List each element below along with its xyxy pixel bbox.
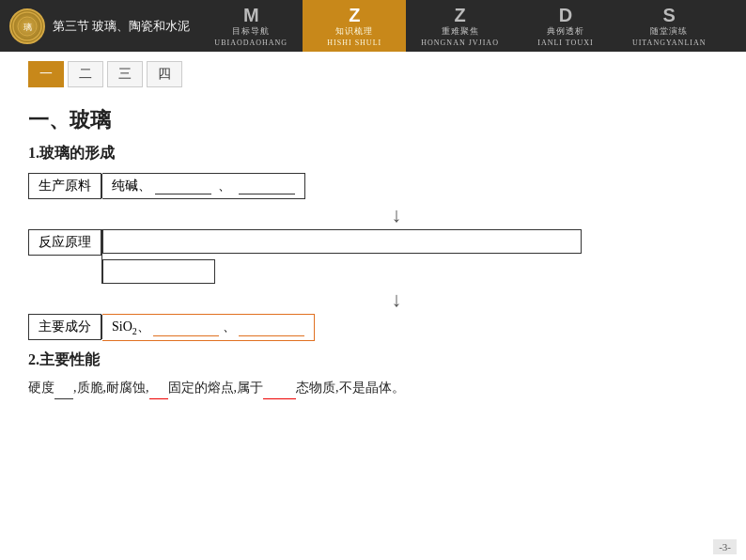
- blank-1: [155, 179, 211, 194]
- prop-end: 态物质,不是晶体。: [296, 381, 405, 395]
- nav-item-dianli[interactable]: D 典例透析 IANLI TOUXI: [514, 0, 617, 52]
- sub2-heading: 2.主要性能: [28, 350, 718, 370]
- prop-mid: ,质脆,耐腐蚀,: [73, 381, 149, 395]
- arrow-2: ↓: [28, 289, 718, 310]
- nav-sub-z1b: HISHI SHULI: [327, 39, 381, 47]
- svg-text:璃: 璃: [23, 23, 32, 32]
- page-number: -3-: [713, 539, 737, 554]
- components-content: SiO2、 、: [102, 314, 315, 341]
- components-label: 主要成分: [28, 314, 101, 340]
- nav-letter-d: D: [559, 6, 572, 24]
- nav-letter-s: S: [663, 6, 676, 24]
- reaction-box-narrow: [102, 259, 215, 284]
- nav-item-suitang[interactable]: S 随堂演练 UITANGYANLIAN: [617, 0, 722, 52]
- sep1: 、: [218, 179, 231, 193]
- sub1-heading: 1.玻璃的形成: [28, 144, 718, 163]
- nav-letter-z2: Z: [454, 6, 465, 24]
- nav-sub-m2: UBIAODAOHANG: [214, 39, 288, 47]
- prop-blank-3: [263, 384, 296, 399]
- prop-blank-2: [149, 384, 168, 399]
- tab-2[interactable]: 二: [68, 61, 103, 87]
- blank-2: [239, 179, 295, 194]
- tabs-row: 一 二 三 四: [0, 52, 746, 97]
- raw-label: 生产原料: [28, 173, 101, 199]
- tab-4[interactable]: 四: [147, 61, 182, 87]
- nav-sub-m: 目标导航: [232, 25, 270, 38]
- logo-icon: 璃: [9, 8, 45, 44]
- reaction-box-wide: [102, 229, 582, 254]
- nav-sub-z1: 知识梳理: [335, 25, 373, 38]
- main-heading: 一、玻璃: [28, 106, 718, 134]
- arrow-1: ↓: [28, 205, 718, 226]
- comp-blank-1: [153, 319, 219, 336]
- nav-letter-m: M: [243, 6, 259, 24]
- sio2-text: SiO2、: [112, 319, 150, 334]
- property-text: 硬度,质脆,耐腐蚀,固定的熔点,属于态物质,不是晶体。: [28, 376, 718, 399]
- nav-items: M 目标导航 UBIAODAOHANG Z 知识梳理 HISHI SHULI Z…: [199, 0, 746, 52]
- reaction-row: 反应原理: [28, 229, 718, 284]
- nav-sub-z2b: HONGNAN JVJIAO: [421, 39, 499, 47]
- tab-1[interactable]: 一: [28, 61, 64, 87]
- top-navbar: 璃 第三节 玻璃、陶瓷和水泥 M 目标导航 UBIAODAOHANG Z 知识梳…: [0, 0, 746, 52]
- nav-sub-sb: UITANGYANLIAN: [632, 39, 707, 47]
- prop-mid2: 固定的熔点,属于: [168, 381, 264, 395]
- nav-item-mubiao[interactable]: M 目标导航 UBIAODAOHANG: [199, 0, 303, 52]
- main-content: 一、玻璃 1.玻璃的形成 生产原料 纯碱、 、 ↓ 反应原理 ↓ 主要成分 Si…: [0, 97, 746, 409]
- nav-sub-z2: 重难聚焦: [442, 25, 479, 38]
- nav-item-zhongnan[interactable]: Z 重难聚焦 HONGNAN JVJIAO: [406, 0, 514, 52]
- section-label: 第三节 玻璃、陶瓷和水泥: [53, 18, 190, 35]
- comp-blank-2: [239, 319, 304, 336]
- nav-letter-z1: Z: [349, 6, 360, 24]
- nav-sub-s: 随堂演练: [650, 25, 688, 38]
- prop-hardness: 硬度: [28, 381, 54, 395]
- reaction-boxes: [102, 229, 718, 284]
- nav-sub-db: IANLI TOUXI: [537, 39, 593, 47]
- comp-sep: 、: [223, 319, 236, 334]
- prop-blank-1: [54, 384, 73, 399]
- raw-content: 纯碱、 、: [102, 173, 305, 199]
- nav-item-zhishi[interactable]: Z 知识梳理 HISHI SHULI: [303, 0, 406, 52]
- logo-section: 璃 第三节 玻璃、陶瓷和水泥: [0, 8, 199, 44]
- components-row: 主要成分 SiO2、 、: [28, 314, 718, 341]
- tab-3[interactable]: 三: [107, 61, 143, 87]
- reaction-label: 反应原理: [28, 229, 101, 256]
- nav-sub-d: 典例透析: [547, 25, 584, 38]
- raw-material-row: 生产原料 纯碱、 、: [28, 173, 718, 199]
